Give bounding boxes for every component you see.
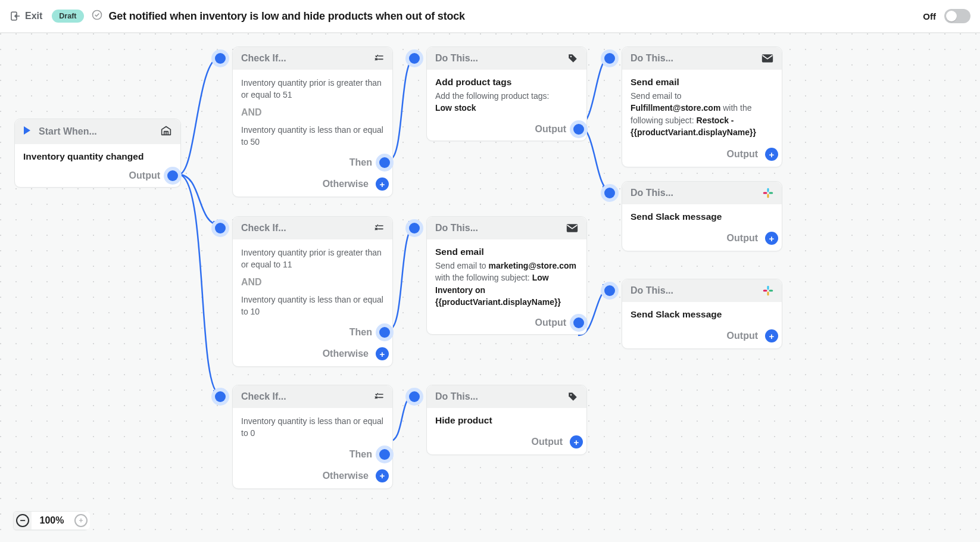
play-icon [23,126,32,138]
do-slack-a-output-row: Output + [622,228,782,251]
do-email1-output-row: Output + [622,144,782,167]
cond1-line1: Inventory quantity prior is greater than… [241,77,384,101]
then-port[interactable] [379,327,390,338]
input-port[interactable] [215,391,226,402]
do-slack-b-output-row: Output + [622,326,782,348]
cond1-head-label: Check If... [241,53,286,64]
on-off-toggle[interactable] [944,9,970,23]
action-hide-product[interactable]: Do This... Hide product Output + [426,385,587,455]
input-port[interactable] [604,53,615,64]
action-add-tags[interactable]: Do This... Add product tags Add the foll… [426,46,587,141]
add-output-button[interactable]: + [570,435,583,448]
output-label: Output [535,124,566,135]
output-label: Output [727,149,758,160]
svg-point-2 [570,56,572,57]
output-port[interactable] [573,317,584,328]
then-port[interactable] [379,449,390,460]
cond3-head-label: Check If... [241,391,286,402]
check-icon [91,9,103,23]
cond2-line2: Inventory quantity is less than or equal… [241,294,384,318]
cond3-then-row: Then [233,446,392,466]
mail-icon [566,223,578,233]
otherwise-label: Otherwise [323,179,369,189]
workflow-canvas[interactable]: Start When... Inventory quantity changed… [0,33,980,542]
do-hide-title: Hide product [435,415,578,426]
zoom-control: 100% [13,511,88,530]
action-send-slack-a[interactable]: Do This... Send Slack message Output + [622,181,782,251]
svg-rect-5 [769,192,773,194]
input-port[interactable] [215,53,226,64]
do-tags-tag: Low stock [435,102,578,114]
add-output-button[interactable]: + [765,232,778,245]
action-send-slack-b[interactable]: Do This... Send Slack message Output + [622,279,782,349]
trigger-title: Inventory quantity changed [23,151,172,162]
do-slack-b-head-label: Do This... [631,285,673,296]
input-port[interactable] [409,53,420,64]
then-port[interactable] [379,157,390,168]
otherwise-label: Otherwise [323,471,369,481]
svg-rect-11 [767,292,769,296]
page-title: Get notified when inventory is low and h… [109,10,465,23]
output-port[interactable] [167,170,178,181]
do-email2-head-label: Do This... [435,223,478,233]
do-slack-a-head-label: Do This... [631,188,673,198]
otherwise-label: Otherwise [323,348,369,359]
condition-node-3[interactable]: Check If... Inventory quantity is less t… [232,385,393,489]
action-send-email-fulfillment[interactable]: Do This... Send email Send email to Fulf… [622,46,782,167]
output-port[interactable] [573,124,584,135]
cond3-line1: Inventory quantity is less than or equal… [241,415,384,440]
condition-node-2[interactable]: Check If... Inventory quantity prior is … [232,216,393,367]
do-hide-head-label: Do This... [435,391,478,402]
exit-button[interactable]: Exit [10,11,42,21]
warehouse-icon [160,125,172,138]
input-port[interactable] [215,223,226,233]
add-output-button[interactable]: + [765,329,778,342]
then-label: Then [349,449,372,460]
add-otherwise-button[interactable]: + [376,469,389,482]
do-email1-lead: Send email to [631,91,682,101]
zoom-out-button[interactable] [14,512,32,529]
input-port[interactable] [604,188,615,198]
do-tags-title: Add product tags [435,77,578,88]
do-email2-output-row: Output [427,314,586,334]
slack-icon [763,188,773,198]
input-port[interactable] [604,285,615,296]
cond2-head: Check If... [233,217,392,239]
action-send-email-marketing[interactable]: Do This... Send email Send email to mark… [426,216,587,335]
output-label: Output [532,437,563,447]
do-hide-head: Do This... [427,385,586,408]
slack-icon [763,285,773,296]
input-port[interactable] [409,223,420,233]
checklist-icon [374,54,384,63]
do-email1-head: Do This... [622,47,782,70]
add-output-button[interactable]: + [765,148,778,161]
output-label: Output [727,331,758,341]
output-label: Output [535,317,566,328]
cond1-and: AND [241,107,384,118]
trigger-node[interactable]: Start When... Inventory quantity changed… [14,119,181,188]
do-email1-title: Send email [631,77,773,88]
cond2-then-row: Then [233,323,392,344]
exit-icon [10,11,20,21]
tag-icon [567,391,578,402]
trigger-head: Start When... [15,119,180,144]
do-slack-a-head: Do This... [622,182,782,204]
trigger-output-row: Output [15,167,180,187]
input-port[interactable] [409,391,420,402]
cond3-otherwise-row: Otherwise + [233,466,392,488]
topbar: Exit Draft Get notified when inventory i… [0,0,980,33]
zoom-in-button[interactable] [72,512,90,529]
toggle-label: Off [923,11,936,21]
checklist-icon [374,223,384,233]
do-email2-to: marketing@store.com [489,261,576,270]
add-otherwise-button[interactable]: + [376,347,389,360]
svg-rect-10 [769,290,773,292]
svg-rect-12 [763,290,767,292]
cond1-line2: Inventory quantity is less than or equal… [241,124,384,148]
condition-node-1[interactable]: Check If... Inventory quantity prior is … [232,46,393,197]
svg-rect-7 [763,192,767,194]
add-otherwise-button[interactable]: + [376,177,389,191]
do-tags-lead: Add the following product tags: [435,91,549,101]
cond1-then-row: Then [233,154,392,174]
do-email2-head: Do This... [427,217,586,239]
